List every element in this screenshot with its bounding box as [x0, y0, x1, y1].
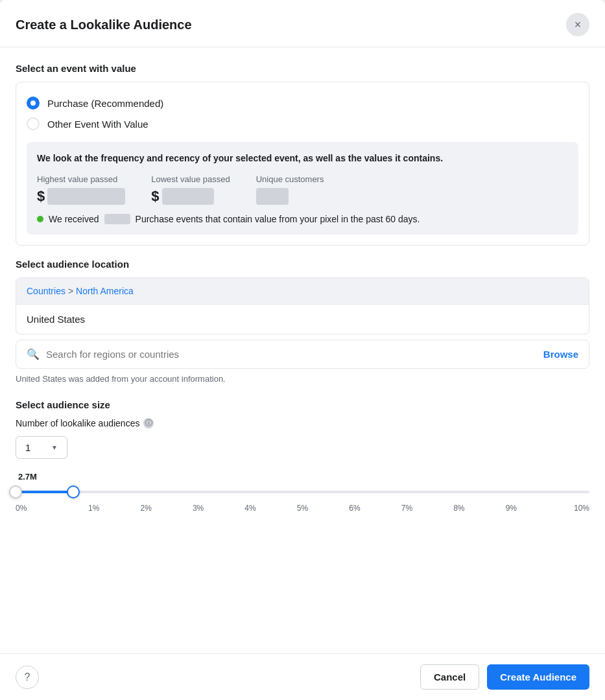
slider-label-7: 7% [381, 504, 433, 513]
cancel-button[interactable]: Cancel [420, 664, 479, 690]
stat-highest: Highest value passed $ [37, 174, 125, 205]
selected-country: United States [16, 304, 589, 334]
info-box-text: We look at the frequency and recency of … [37, 152, 568, 165]
slider-label-5: 5% [276, 504, 328, 513]
location-helper-text: United States was added from your accoun… [16, 374, 589, 384]
slider-label-9: 9% [485, 504, 537, 513]
stat-lowest-value: $ [151, 188, 230, 205]
slider-label-4: 4% [224, 504, 276, 513]
breadcrumb-countries[interactable]: Countries [27, 286, 65, 296]
search-box: 🔍 Browse [16, 340, 589, 369]
event-options-box: Purchase (Recommended) Other Event With … [16, 82, 589, 246]
slider-thumb-right[interactable] [67, 485, 80, 498]
stat-highest-label: Highest value passed [37, 174, 125, 184]
slider-track-container[interactable] [16, 485, 589, 498]
slider-label-3: 3% [172, 504, 224, 513]
slider-labels: 0% 1% 2% 3% 4% 5% 6% 7% 8% 9% 10% [16, 504, 589, 513]
number-label-row: Number of lookalike audiences ⓘ [16, 418, 589, 428]
info-icon[interactable]: ⓘ [143, 418, 154, 428]
lowest-value-blurred [162, 188, 214, 205]
audience-size-section: Select audience size Number of lookalike… [16, 399, 589, 526]
dollar-sign-lowest: $ [151, 188, 159, 205]
stat-unique-value [256, 188, 324, 205]
modal-title: Create a Lookalike Audience [16, 18, 192, 32]
received-suffix: Purchase events that contain value from … [136, 214, 420, 224]
slider-label-6: 6% [329, 504, 381, 513]
received-count-blurred [104, 214, 130, 224]
close-button[interactable]: × [566, 13, 589, 36]
highest-value-blurred [47, 188, 125, 205]
breadcrumb-region[interactable]: North America [76, 286, 134, 296]
radio-circle-purchase [27, 97, 40, 110]
event-info-box: We look at the frequency and recency of … [27, 142, 578, 235]
radio-circle-other [27, 117, 40, 130]
received-row: We received Purchase events that contain… [37, 214, 568, 224]
breadcrumb-separator: > [68, 286, 73, 296]
slider-track [16, 491, 589, 493]
radio-other[interactable]: Other Event With Value [27, 113, 578, 134]
slider-value-label: 2.7M [18, 472, 589, 482]
stat-unique: Unique customers [256, 174, 324, 205]
stat-lowest: Lowest value passed $ [151, 174, 230, 205]
slider-label-2: 2% [120, 504, 172, 513]
slider-label-10: 10% [538, 504, 589, 513]
stat-highest-value: $ [37, 188, 125, 205]
stat-unique-label: Unique customers [256, 174, 324, 184]
breadcrumb-row: Countries > North America [16, 278, 589, 304]
radio-label-purchase: Purchase (Recommended) [47, 98, 163, 109]
search-icon: 🔍 [27, 348, 40, 360]
stats-row: Highest value passed $ Lowest value pass… [37, 174, 568, 205]
number-dropdown[interactable]: 1 ▼ [16, 436, 67, 459]
help-button[interactable]: ? [16, 666, 39, 689]
slider-thumb-left[interactable] [9, 485, 22, 498]
browse-link[interactable]: Browse [543, 349, 578, 360]
received-prefix: We received [49, 214, 99, 224]
event-section-label: Select an event with value [16, 63, 589, 74]
slider-label-0: 0% [16, 504, 67, 513]
modal-body: Select an event with value Purchase (Rec… [0, 47, 605, 653]
location-section-label: Select audience location [16, 259, 589, 270]
unique-value-blurred [256, 188, 289, 205]
modal-container: Create a Lookalike Audience × Select an … [0, 0, 605, 700]
modal-footer: ? Cancel Create Audience [0, 653, 605, 700]
dollar-sign-highest: $ [37, 188, 45, 205]
radio-purchase[interactable]: Purchase (Recommended) [27, 93, 578, 113]
chevron-down-icon: ▼ [51, 444, 58, 451]
footer-actions: Cancel Create Audience [420, 664, 589, 690]
slider-fill [16, 491, 73, 493]
slider-section: 2.7M 0% 1% 2% 3% 4% 5% 6% 7% [16, 472, 589, 526]
number-value: 1 [25, 442, 30, 453]
radio-label-other: Other Event With Value [47, 119, 148, 130]
audience-location-box: Countries > North America United States [16, 277, 589, 334]
help-icon: ? [25, 671, 30, 683]
create-audience-button[interactable]: Create Audience [487, 664, 589, 690]
stat-lowest-label: Lowest value passed [151, 174, 230, 184]
number-audiences-label: Number of lookalike audiences [16, 418, 139, 428]
size-section-label: Select audience size [16, 399, 589, 410]
modal-header: Create a Lookalike Audience × [0, 0, 605, 47]
search-input[interactable] [46, 349, 537, 360]
slider-label-1: 1% [67, 504, 119, 513]
green-dot-icon [37, 216, 43, 222]
slider-label-8: 8% [433, 504, 485, 513]
